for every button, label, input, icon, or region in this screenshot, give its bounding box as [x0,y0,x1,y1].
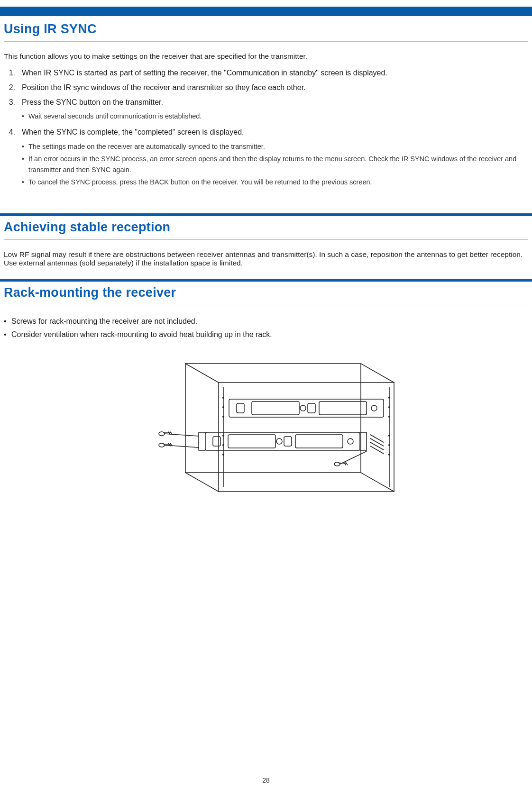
svg-rect-24 [284,437,292,446]
section-rule [4,305,528,305]
svg-point-19 [300,405,306,411]
svg-line-31 [370,446,384,454]
step-1: 1. When IR SYNC is started as part of se… [4,67,528,79]
svg-rect-22 [213,437,220,446]
rack-mount-figure [4,354,528,506]
sub-bullet: Wait several seconds until communication… [22,111,528,121]
svg-point-4 [222,416,224,418]
step-number: 2. [4,82,15,94]
svg-point-3 [222,406,224,408]
svg-point-8 [388,397,390,399]
step-2: 2. Position the IR sync windows of the r… [4,82,528,94]
svg-point-11 [388,435,390,437]
step-4: 4. When the SYNC is complete, the "compl… [4,127,528,138]
sub-bullet: To cancel the SYNC process, press the BA… [22,177,528,187]
screw-icon [334,451,367,466]
step-text: When IR SYNC is started as part of setti… [22,67,528,79]
ir-sync-step-4: 4. When the SYNC is complete, the "compl… [4,127,528,138]
section-rack-content: Rack-mounting the receiver Screws for ra… [0,285,532,506]
rack-bullet: Screws for rack-mounting the receiver ar… [4,316,528,328]
rack-bullet: Consider ventilation when rack-mounting … [4,329,528,341]
section-title-reception: Achieving stable reception [4,220,528,235]
svg-rect-18 [319,402,367,415]
page-content: Using IR SYNC This function allows you t… [0,22,532,213]
svg-point-7 [222,454,224,456]
sub-bullet: The settings made on the receiver are au… [22,141,528,152]
svg-point-5 [222,435,224,437]
svg-point-6 [222,444,224,446]
sub-bullet: If an error occurs in the SYNC process, … [22,154,528,175]
reception-body: Low RF signal may result if there are ob… [4,250,528,267]
step-text: When the SYNC is complete, the "complete… [22,127,528,138]
svg-point-26 [276,438,282,444]
svg-rect-15 [237,403,244,413]
top-blue-band [0,7,532,16]
screw-icon [159,432,199,436]
screw-icon [159,443,199,447]
svg-point-9 [388,406,390,408]
svg-rect-25 [295,435,343,448]
svg-rect-23 [228,435,275,448]
step-number: 1. [4,67,15,79]
svg-line-28 [370,435,384,442]
section-rule [4,239,528,240]
step-number: 4. [4,127,15,138]
svg-point-12 [388,444,390,446]
section-title-rack: Rack-mounting the receiver [4,285,528,300]
section-title-ir-sync: Using IR SYNC [4,22,528,37]
svg-point-27 [348,438,353,444]
section-divider-band [0,213,532,216]
svg-point-13 [388,454,390,456]
manual-page: Using IR SYNC This function allows you t… [0,7,532,785]
section-divider-band [0,279,532,282]
svg-point-20 [371,405,377,411]
section-reception-content: Achieving stable reception Low RF signal… [0,220,532,267]
ir-sync-steps: 1. When IR SYNC is started as part of se… [4,67,528,108]
rack-illustration [114,354,418,506]
step-3-sub-bullets: Wait several seconds until communication… [22,111,528,121]
svg-point-36 [334,462,340,466]
svg-point-32 [159,432,165,436]
step-3: 3. Press the SYNC button on the transmit… [4,97,528,109]
step-text: Position the IR sync windows of the rece… [22,82,528,94]
svg-line-29 [370,438,384,446]
svg-point-34 [159,443,165,447]
svg-point-10 [388,416,390,418]
step-text: Press the SYNC button on the transmitter… [22,97,528,109]
step-4-sub-bullets: The settings made on the receiver are au… [22,141,528,188]
rack-bullets: Screws for rack-mounting the receiver ar… [4,316,528,341]
svg-rect-16 [252,402,299,415]
section-rule [4,41,528,42]
svg-rect-17 [308,403,315,413]
ir-sync-lead: This function allows you to make setting… [4,52,528,61]
step-number: 3. [4,97,15,109]
page-number: 28 [0,776,532,784]
svg-point-2 [222,397,224,399]
svg-line-30 [370,442,384,450]
